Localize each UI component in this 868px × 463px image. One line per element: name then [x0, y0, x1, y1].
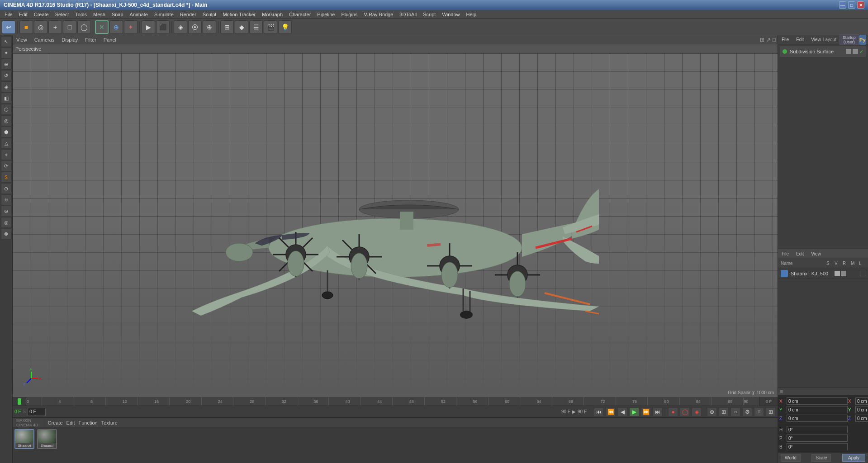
visible-icon[interactable]: [853, 49, 858, 54]
attr-file-menu[interactable]: File: [780, 251, 791, 257]
timeline-layout-button[interactable]: ⊞: [719, 407, 729, 416]
layout-icon[interactable]: ⊞: [760, 37, 764, 43]
auto-key-button[interactable]: ◯: [680, 407, 690, 416]
tool14[interactable]: ⊙: [1, 183, 12, 194]
menu-plugins[interactable]: Plugins: [338, 11, 360, 18]
timeline-grid-button[interactable]: ⊞: [766, 407, 776, 416]
record-button[interactable]: 🎬: [264, 20, 277, 34]
menu-vray[interactable]: V-Ray Bridge: [361, 11, 396, 18]
right-file-menu[interactable]: File: [780, 37, 791, 43]
motion-clip-button[interactable]: ⊕: [707, 407, 717, 416]
p-rotation-input[interactable]: [787, 435, 848, 442]
tool8[interactable]: ◎: [1, 115, 12, 126]
tool12[interactable]: ⟳: [1, 161, 12, 171]
mat-function-menu[interactable]: Function: [79, 420, 98, 425]
model-mode-button[interactable]: ■: [19, 20, 33, 34]
tool5[interactable]: ◈: [1, 81, 12, 92]
apply-button[interactable]: Apply: [842, 454, 865, 462]
rotate-button[interactable]: ⊕: [109, 20, 123, 34]
playback-settings-button[interactable]: ⚙: [742, 407, 752, 416]
tool13[interactable]: $: [1, 172, 12, 183]
mat-texture-menu[interactable]: Texture: [101, 420, 118, 425]
y-size-input[interactable]: [855, 406, 868, 413]
render-button[interactable]: ⬛: [156, 20, 170, 34]
material-row-1[interactable]: Shaanxi_KJ_500: [778, 268, 868, 279]
x-position-input[interactable]: [787, 397, 848, 405]
sculpt-button[interactable]: ⊕: [203, 20, 216, 34]
go-to-start-button[interactable]: ⏮: [594, 407, 604, 416]
subdivision-surface-item[interactable]: Subdivision Surface ✓: [780, 46, 866, 57]
mesh-mode-button[interactable]: ◎: [34, 20, 47, 34]
window-controls[interactable]: — □ ✕: [839, 1, 864, 9]
scene-button[interactable]: □: [63, 20, 76, 34]
close-button[interactable]: ✕: [857, 1, 864, 9]
tool11[interactable]: ⌖: [1, 149, 12, 160]
minimize-button[interactable]: —: [839, 1, 846, 9]
menu-motion-tracker[interactable]: Motion Tracker: [220, 11, 258, 18]
camera-button[interactable]: ◆: [235, 20, 248, 34]
menu-snap[interactable]: Snap: [109, 11, 126, 18]
tool6[interactable]: ◧: [1, 93, 12, 104]
h-rotation-input[interactable]: [787, 426, 848, 433]
select-tool[interactable]: ↖: [1, 36, 12, 47]
material-swatch-1[interactable]: Shaanxi: [14, 429, 34, 449]
scale-tool[interactable]: ⊕: [1, 59, 12, 70]
tool15[interactable]: ≋: [1, 194, 12, 205]
menu-file[interactable]: File: [2, 11, 15, 18]
menu-select[interactable]: Select: [52, 11, 72, 18]
menu-create[interactable]: Create: [31, 11, 52, 18]
undo-button[interactable]: ↩: [2, 20, 15, 34]
check-icon[interactable]: ✓: [859, 49, 863, 55]
right-view-menu[interactable]: View: [809, 37, 823, 43]
mat-create-menu[interactable]: Create: [48, 420, 63, 425]
tool7[interactable]: ⬡: [1, 104, 12, 115]
display-menu[interactable]: Display: [60, 37, 80, 43]
menu-tools[interactable]: Tools: [72, 11, 90, 18]
layout-select[interactable]: Startup (User): [840, 34, 859, 45]
tool17[interactable]: ◎: [1, 217, 12, 228]
panel-menu[interactable]: Panel: [102, 37, 118, 43]
cameras-menu[interactable]: Cameras: [33, 37, 57, 43]
add-object-button[interactable]: +: [48, 20, 62, 34]
frame-marker[interactable]: [18, 398, 21, 405]
tool18[interactable]: ⊗: [1, 228, 12, 239]
step-forward-button[interactable]: ⏩: [641, 407, 651, 416]
menu-character[interactable]: Character: [286, 11, 313, 18]
menu-edit[interactable]: Edit: [16, 11, 30, 18]
go-to-end-button[interactable]: ⏭: [653, 407, 663, 416]
right-edit-menu[interactable]: Edit: [794, 37, 806, 43]
play-forward-button[interactable]: ▶: [629, 407, 639, 416]
mixer-button[interactable]: ≡: [754, 407, 764, 416]
3d-viewport[interactable]: X Y Z Grid Spacing: 1000 cm: [13, 53, 778, 397]
step-back-button[interactable]: ⏪: [606, 407, 616, 416]
menu-pipeline[interactable]: Pipeline: [314, 11, 337, 18]
anim-path-button[interactable]: ○: [730, 407, 740, 416]
menu-script[interactable]: Script: [420, 11, 438, 18]
menu-window[interactable]: Window: [439, 11, 462, 18]
light-button[interactable]: 💡: [278, 20, 292, 34]
rotate-tool[interactable]: ↺: [1, 70, 12, 81]
play-reverse-button[interactable]: ◀: [617, 407, 627, 416]
animate-button[interactable]: ◯: [77, 20, 91, 34]
view1-button[interactable]: ☰: [249, 20, 263, 34]
paint-button[interactable]: ◈: [174, 20, 187, 34]
y-position-input[interactable]: [787, 406, 848, 413]
maximize-icon[interactable]: ↗: [766, 37, 771, 43]
move-tool[interactable]: ✦: [1, 47, 12, 58]
menu-sculpt[interactable]: Sculpt: [200, 11, 219, 18]
world-button[interactable]: World: [781, 454, 801, 462]
scale-button[interactable]: ✦: [124, 20, 138, 34]
menu-simulate[interactable]: Simulate: [152, 11, 176, 18]
soft-sel-button[interactable]: ⦿: [188, 20, 202, 34]
scale-button-coord[interactable]: Scale: [811, 454, 831, 462]
menu-render[interactable]: Render: [177, 11, 199, 18]
menu-3dtoall[interactable]: 3DToAll: [397, 11, 419, 18]
render-region-button[interactable]: ▶: [142, 20, 155, 34]
layout-button[interactable]: ⊞: [220, 20, 234, 34]
tool9[interactable]: ⬢: [1, 127, 12, 137]
tool10[interactable]: △: [1, 138, 12, 149]
tool16[interactable]: ⊛: [1, 206, 12, 217]
frame-input[interactable]: [28, 408, 46, 416]
key-all-button[interactable]: ◈: [692, 407, 702, 416]
menu-animate[interactable]: Animate: [127, 11, 151, 18]
